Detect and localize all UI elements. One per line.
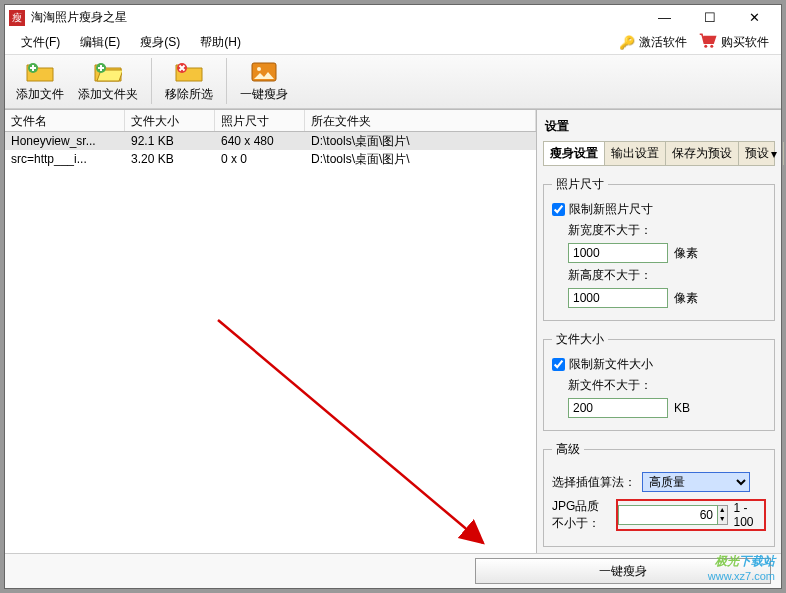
titlebar: 瘦 淘淘照片瘦身之星 — ☐ ✕ xyxy=(5,5,781,31)
table-row[interactable]: src=http___i... 3.20 KB 0 x 0 D:\tools\桌… xyxy=(5,150,536,168)
jpg-quality-input[interactable] xyxy=(618,505,718,525)
add-file-button[interactable]: 添加文件 xyxy=(11,55,69,107)
activate-label: 激活软件 xyxy=(639,34,687,51)
svg-point-6 xyxy=(257,67,261,71)
cart-icon xyxy=(699,33,717,52)
new-width-label: 新宽度不大于： xyxy=(568,222,766,239)
activate-link[interactable]: 🔑 激活软件 xyxy=(613,32,693,53)
toolbar: 添加文件 添加文件夹 移除所选 一键瘦身 xyxy=(5,55,781,110)
menu-help[interactable]: 帮助(H) xyxy=(190,31,251,54)
col-filesize[interactable]: 文件大小 xyxy=(125,110,215,131)
buy-link[interactable]: 购买软件 xyxy=(693,31,775,54)
cell-size: 92.1 KB xyxy=(125,133,215,149)
minimize-button[interactable]: — xyxy=(642,7,687,29)
new-file-label: 新文件不大于： xyxy=(568,377,766,394)
key-icon: 🔑 xyxy=(619,35,635,50)
jpg-quality-range: 1 - 100 xyxy=(728,501,765,529)
file-size-legend: 文件大小 xyxy=(552,331,608,348)
limit-photo-size-checkbox[interactable] xyxy=(552,203,565,216)
tab-save-preset[interactable]: 保存为预设 xyxy=(666,142,739,165)
settings-tabstrip: 瘦身设置 输出设置 保存为预设 预设 ▾ xyxy=(543,141,775,166)
interp-select[interactable]: 高质量 xyxy=(642,472,750,492)
add-folder-label: 添加文件夹 xyxy=(78,86,138,103)
menu-edit[interactable]: 编辑(E) xyxy=(70,31,130,54)
new-height-label: 新高度不大于： xyxy=(568,267,766,284)
jpg-quality-spinner[interactable]: ▲▼ xyxy=(718,505,728,525)
new-height-input[interactable] xyxy=(568,288,668,308)
remove-selected-button[interactable]: 移除所选 xyxy=(160,55,218,107)
tab-preset-label: 预设 xyxy=(745,145,769,162)
advanced-legend: 高级 xyxy=(552,441,584,458)
list-header: 文件名 文件大小 照片尺寸 所在文件夹 xyxy=(5,110,536,132)
jpg-quality-highlight: ▲▼ 1 - 100 xyxy=(616,499,766,531)
settings-panel: 设置 瘦身设置 输出设置 保存为预设 预设 ▾ 照片尺寸 限制新照片尺寸 新宽度… xyxy=(537,110,781,553)
limit-file-size-checkbox[interactable] xyxy=(552,358,565,371)
remove-selected-label: 移除所选 xyxy=(165,86,213,103)
one-key-slim-big-button[interactable]: 一键瘦身 xyxy=(475,558,771,584)
svg-point-1 xyxy=(710,44,713,47)
menu-file[interactable]: 文件(F) xyxy=(11,31,70,54)
chevron-down-icon: ▾ xyxy=(771,147,777,161)
cell-name: src=http___i... xyxy=(5,151,125,167)
new-width-input[interactable] xyxy=(568,243,668,263)
cell-folder: D:\tools\桌面\图片\ xyxy=(305,150,536,169)
menubar: 文件(F) 编辑(E) 瘦身(S) 帮助(H) 🔑 激活软件 购买软件 xyxy=(5,31,781,55)
bottom-bar: 一键瘦身 xyxy=(5,553,781,588)
cell-size: 3.20 KB xyxy=(125,151,215,167)
width-unit: 像素 xyxy=(674,245,698,262)
image-icon xyxy=(250,60,278,84)
svg-point-0 xyxy=(704,44,707,47)
window-title: 淘淘照片瘦身之星 xyxy=(31,9,642,26)
photo-size-legend: 照片尺寸 xyxy=(552,176,608,193)
folder-add-folder-icon xyxy=(94,60,122,84)
maximize-button[interactable]: ☐ xyxy=(687,7,732,29)
interp-label: 选择插值算法： xyxy=(552,474,636,491)
menu-slim[interactable]: 瘦身(S) xyxy=(130,31,190,54)
col-dimensions[interactable]: 照片尺寸 xyxy=(215,110,305,131)
cell-folder: D:\tools\桌面\图片\ xyxy=(305,132,536,151)
cell-dim: 0 x 0 xyxy=(215,151,305,167)
folder-remove-icon xyxy=(175,60,203,84)
height-unit: 像素 xyxy=(674,290,698,307)
file-size-group: 文件大小 限制新文件大小 新文件不大于： KB xyxy=(543,331,775,431)
one-key-slim-label: 一键瘦身 xyxy=(240,86,288,103)
file-list-pane: 文件名 文件大小 照片尺寸 所在文件夹 Honeyview_sr... 92.1… xyxy=(5,110,537,553)
toolbar-separator xyxy=(226,58,227,104)
file-unit: KB xyxy=(674,401,690,415)
new-file-input[interactable] xyxy=(568,398,668,418)
folder-add-icon xyxy=(26,60,54,84)
settings-title: 设置 xyxy=(543,114,775,141)
list-body[interactable]: Honeyview_sr... 92.1 KB 640 x 480 D:\too… xyxy=(5,132,536,553)
add-file-label: 添加文件 xyxy=(16,86,64,103)
tab-output-settings[interactable]: 输出设置 xyxy=(605,142,666,165)
limit-file-size-label: 限制新文件大小 xyxy=(569,356,653,373)
col-folder[interactable]: 所在文件夹 xyxy=(305,110,536,131)
one-key-slim-button[interactable]: 一键瘦身 xyxy=(235,55,293,107)
close-button[interactable]: ✕ xyxy=(732,7,777,29)
app-icon: 瘦 xyxy=(9,10,25,26)
tab-preset[interactable]: 预设 ▾ xyxy=(739,142,784,165)
col-filename[interactable]: 文件名 xyxy=(5,110,125,131)
advanced-group: 高级 选择插值算法： 高质量 JPG品质不小于： ▲▼ 1 - 100 xyxy=(543,441,775,547)
limit-photo-size-label: 限制新照片尺寸 xyxy=(569,201,653,218)
table-row[interactable]: Honeyview_sr... 92.1 KB 640 x 480 D:\too… xyxy=(5,132,536,150)
cell-name: Honeyview_sr... xyxy=(5,133,125,149)
toolbar-separator xyxy=(151,58,152,104)
buy-label: 购买软件 xyxy=(721,34,769,51)
tab-slim-settings[interactable]: 瘦身设置 xyxy=(544,142,605,165)
jpg-quality-label: JPG品质不小于： xyxy=(552,498,610,532)
add-folder-button[interactable]: 添加文件夹 xyxy=(73,55,143,107)
cell-dim: 640 x 480 xyxy=(215,133,305,149)
photo-size-group: 照片尺寸 限制新照片尺寸 新宽度不大于： 像素 新高度不大于： 像素 xyxy=(543,176,775,321)
